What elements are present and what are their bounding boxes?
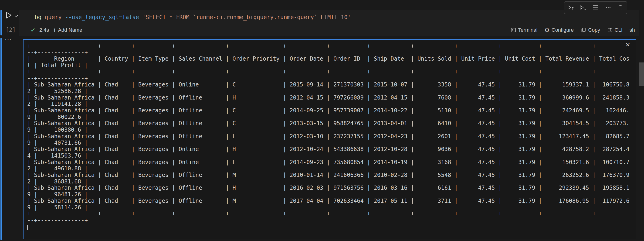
- terminal-cursor: [27, 225, 28, 230]
- close-icon[interactable]: ×: [625, 41, 630, 49]
- add-name-button[interactable]: + Add Name: [52, 27, 82, 33]
- cell-status-bar: ✓ 2.4s + Add Name Terminal ⚙ Configure C…: [19, 25, 639, 35]
- cli-button[interactable]: CLI: [607, 27, 622, 33]
- execution-count: [2]: [6, 27, 16, 33]
- configure-button[interactable]: ⚙ Configure: [544, 27, 574, 33]
- terminal-icon: [510, 27, 516, 33]
- run-below-icon[interactable]: [578, 3, 588, 13]
- run-options-chevron-down-icon[interactable]: [14, 15, 18, 17]
- run-cell-button[interactable]: [4, 11, 14, 20]
- output-focus-bar: [0, 38, 2, 240]
- split-cell-icon[interactable]: [590, 3, 601, 13]
- gear-icon: ⚙: [544, 28, 550, 33]
- editor-scrollbar[interactable]: [639, 63, 644, 86]
- plus-icon: +: [52, 28, 56, 32]
- execution-duration: 2.4s: [39, 27, 49, 33]
- notebook-cell: bq query --use_legacy_sql=false 'SELECT …: [19, 10, 639, 36]
- check-icon: ✓: [30, 27, 36, 34]
- copy-icon: [581, 27, 586, 33]
- run-above-icon[interactable]: [565, 3, 576, 13]
- cell-focus-bar: [0, 10, 2, 36]
- terminal-text: +--------------------+---------+--------…: [27, 43, 629, 230]
- trash-icon[interactable]: [615, 3, 626, 13]
- cell-toolbar: [564, 1, 627, 14]
- terminal-output[interactable]: +--------------------+---------+--------…: [23, 39, 636, 239]
- cell-command[interactable]: bq query --use_legacy_sql=false 'SELECT …: [19, 10, 639, 21]
- cli-icon: [607, 27, 613, 33]
- output-ellipsis-icon[interactable]: ⋯: [5, 36, 12, 44]
- language-label[interactable]: sh: [630, 27, 635, 33]
- terminal-button[interactable]: Terminal: [510, 27, 537, 33]
- copy-button[interactable]: Copy: [581, 27, 600, 33]
- ellipsis-icon[interactable]: [602, 3, 614, 13]
